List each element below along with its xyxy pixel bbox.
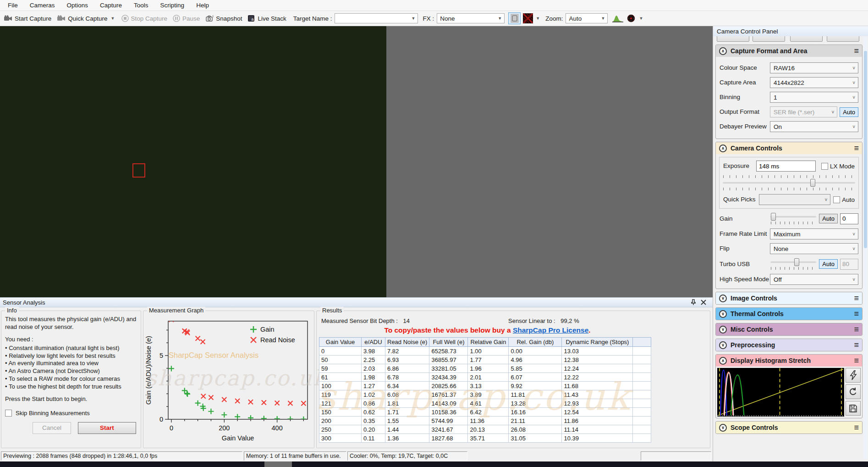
section-header-thermal-controls[interactable]: ∨Thermal Controls≡ [716, 308, 862, 320]
hamburger-icon[interactable]: ≡ [854, 356, 859, 365]
profile-button[interactable] [717, 36, 749, 42]
chevron-down-icon[interactable]: ∨ [719, 424, 727, 432]
menu-item-scripting[interactable]: Scripting [154, 0, 191, 10]
live-stack-button[interactable]: a Live Stack [245, 13, 288, 23]
chevron-down-icon[interactable]: ▼ [638, 16, 644, 21]
colour-space-combo[interactable]: RAW16 ˅ [770, 62, 858, 73]
chevron-down-icon[interactable]: ▼ [110, 16, 116, 21]
profile-button[interactable] [790, 36, 823, 42]
chevron-down-icon[interactable]: ∨ [719, 295, 727, 302]
table-row[interactable]: 1500.621.7110158.366.4216.1612.54 [319, 408, 651, 417]
menu-item-capture[interactable]: Capture [94, 0, 128, 10]
results-column-header[interactable]: Read Noise (e) [385, 338, 429, 347]
quick-picks-combo[interactable]: ˅ [759, 194, 830, 205]
close-icon[interactable] [701, 300, 706, 305]
chevron-down-icon[interactable]: ∨ [719, 310, 727, 318]
capture-area-combo[interactable]: 4144x2822 ˅ [770, 77, 858, 88]
results-column-header[interactable]: Gain Value [319, 338, 362, 347]
gain-auto-button[interactable]: Auto [819, 214, 838, 223]
results-column-header[interactable]: Rel. Gain (db) [509, 338, 562, 347]
flip-combo[interactable]: None ˅ [770, 243, 858, 254]
menu-item-cameras[interactable]: Cameras [24, 0, 61, 10]
snapshot-button[interactable]: Snapshot [203, 14, 244, 23]
gain-value-input[interactable] [840, 213, 858, 224]
pin-icon[interactable] [691, 299, 696, 306]
auto-stretch-button[interactable] [846, 368, 861, 383]
results-column-header[interactable]: Dynamic Range (Stops) [562, 338, 633, 347]
menu-item-tools[interactable]: Tools [128, 0, 154, 10]
hamburger-icon[interactable]: ≡ [854, 144, 859, 152]
profile-button[interactable] [827, 36, 859, 42]
table-row[interactable]: 2500.201.443241.6720.1326.0811.14 [319, 425, 651, 434]
exposure-auto-checkbox[interactable] [833, 196, 840, 203]
target-name-combo[interactable]: ▼ [335, 13, 418, 23]
output-format-auto-button[interactable]: Auto [840, 107, 858, 117]
cancel-button[interactable]: Cancel [33, 422, 71, 434]
binning-combo[interactable]: 1 ˅ [770, 92, 858, 103]
turbo-usb-value-input[interactable] [840, 259, 858, 270]
turbo-usb-slider[interactable] [770, 258, 817, 267]
hamburger-icon[interactable]: ≡ [854, 423, 859, 432]
hamburger-icon[interactable]: ≡ [854, 294, 859, 302]
high-speed-mode-combo[interactable]: Off ˅ [770, 274, 858, 285]
section-header-preprocessing[interactable]: ∨Preprocessing≡ [716, 339, 862, 351]
gain-slider[interactable] [770, 212, 817, 221]
table-row[interactable]: 2000.351.555744.9911.3621.1111.86 [319, 417, 651, 425]
start-button[interactable]: Start [78, 422, 136, 434]
selection-rectangle[interactable] [132, 163, 145, 178]
lx-mode-checkbox[interactable] [821, 163, 828, 170]
section-header-camera-controls[interactable]: ∧ Camera Controls ≡ [716, 142, 862, 154]
menu-item-help[interactable]: Help [190, 0, 215, 10]
results-column-header[interactable]: Relative Gain [468, 338, 509, 347]
chevron-up-icon[interactable]: ∧ [719, 357, 727, 365]
reset-stretch-button[interactable] [846, 384, 861, 399]
start-capture-button[interactable]: Start Capture [1, 14, 54, 23]
section-header-misc-controls[interactable]: ∨Misc Controls≡ [716, 323, 862, 335]
save-stretch-button[interactable] [846, 401, 861, 416]
chevron-down-icon[interactable]: ▼ [535, 16, 541, 21]
hamburger-icon[interactable]: ≡ [854, 47, 859, 55]
table-row[interactable]: 03.987.8265258.731.000.0013.03 [319, 347, 651, 356]
quick-capture-button[interactable]: Quick Capture ▼ [55, 14, 118, 23]
table-row[interactable]: 502.256.9336855.971.774.9612.38 [319, 356, 651, 364]
stop-capture-button[interactable]: Stop Capture [119, 13, 170, 23]
display-histogram[interactable] [717, 368, 844, 417]
histogram-tool-button[interactable] [611, 12, 624, 24]
section-header-image-controls[interactable]: ∨Image Controls≡ [716, 292, 862, 304]
section-header-capture-format[interactable]: ∧ Capture Format and Area ≡ [716, 45, 862, 57]
menu-item-options[interactable]: Options [61, 0, 94, 10]
selection-area-button[interactable] [508, 12, 521, 24]
fx-combo[interactable]: None ▼ [437, 13, 505, 23]
turbo-usb-auto-button[interactable]: Auto [819, 259, 838, 269]
results-table[interactable]: Gain Valuee/ADURead Noise (e)Full Well (… [319, 337, 651, 443]
hamburger-icon[interactable]: ≡ [854, 310, 859, 318]
skip-binning-checkbox[interactable] [5, 410, 12, 417]
exposure-slider[interactable] [722, 178, 856, 187]
license-link[interactable]: SharpCap Pro License [513, 326, 588, 334]
reticle-tool-button[interactable] [625, 12, 637, 24]
chevron-up-icon[interactable]: ∧ [719, 47, 727, 55]
results-column-header[interactable]: Full Well (e) [429, 338, 468, 347]
hamburger-icon[interactable]: ≡ [854, 341, 859, 349]
chevron-up-icon[interactable]: ∧ [719, 145, 727, 152]
section-header-display-histogram-stretch[interactable]: ∧ Display Histogram Stretch ≡ [716, 355, 862, 367]
table-row[interactable]: 592.036.8633281.051.965.8512.24 [319, 364, 651, 373]
table-row[interactable]: 1191.026.0816761.373.8911.8111.43 [319, 390, 651, 399]
table-row[interactable]: 1001.276.3420825.663.139.9211.68 [319, 382, 651, 390]
dark-frame-button[interactable] [522, 12, 534, 24]
chevron-down-icon[interactable]: ∨ [719, 326, 727, 334]
debayer-preview-combo[interactable]: On ˅ [770, 121, 858, 132]
table-row[interactable]: 1210.861.8114143.094.6113.2812.93 [319, 399, 651, 408]
sidebar-scrollbar[interactable] [863, 37, 868, 459]
table-row[interactable]: 3000.111.361827.6835.7131.0510.39 [319, 434, 651, 443]
zoom-combo[interactable]: Auto ▼ [566, 13, 608, 23]
output-format-combo[interactable]: SER file (*.ser) ˅ [770, 106, 837, 117]
frame-rate-limit-combo[interactable]: Maximum ˅ [770, 228, 858, 239]
results-column-header[interactable]: e/ADU [362, 338, 385, 347]
camera-preview[interactable] [0, 26, 386, 297]
profile-button[interactable] [753, 36, 785, 42]
table-row[interactable]: 611.986.7832434.392.016.0712.22 [319, 373, 651, 382]
exposure-input[interactable] [756, 161, 816, 172]
hamburger-icon[interactable]: ≡ [854, 325, 859, 334]
chevron-down-icon[interactable]: ∨ [719, 341, 727, 349]
